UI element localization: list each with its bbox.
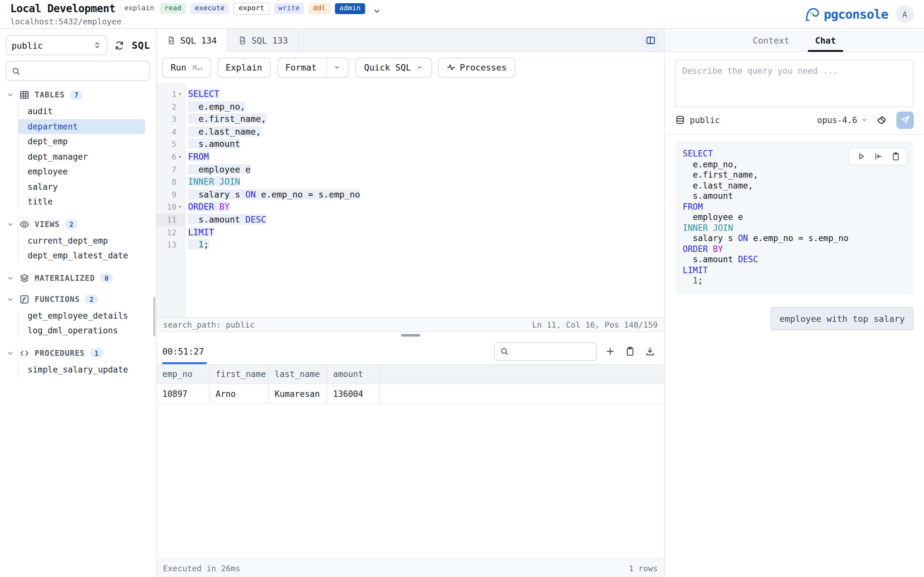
copy-snippet-icon[interactable] <box>891 152 900 161</box>
tab-sql-133[interactable]: SQL 133 <box>228 29 299 51</box>
code-line-8[interactable]: 8INNER JOIN <box>157 176 664 188</box>
file-code-icon <box>238 35 247 45</box>
code-line-2[interactable]: 2 e.emp_no, <box>157 100 664 113</box>
chat-input-box[interactable] <box>675 60 914 107</box>
section-count-badge: 2 <box>65 219 78 229</box>
sidebar-item-simple_salary_update[interactable]: simple_salary_update <box>19 362 145 377</box>
editor-statusbar: search_path: public Ln 11, Col 16, Pos 1… <box>157 318 664 332</box>
code-line-5[interactable]: 5 s.amount <box>157 138 664 151</box>
run-snippet-icon[interactable] <box>857 152 866 161</box>
table-icon <box>19 90 29 100</box>
line-number: 12 <box>167 226 176 239</box>
format-button[interactable]: Format <box>277 57 349 77</box>
results-search-input[interactable] <box>513 346 591 357</box>
assistant-code-line: e.first_name, <box>683 170 906 181</box>
run-button[interactable]: Run ⌘↵ <box>162 57 211 77</box>
cell-first_name: Arno <box>210 384 269 403</box>
section-chevron-icon <box>6 220 14 228</box>
column-header-first_name[interactable]: first_name <box>210 365 269 384</box>
assistant-code-line: LIMIT <box>683 265 906 276</box>
connection-menu-chevron-icon[interactable] <box>373 7 381 15</box>
fold-marker-icon[interactable]: ▾ <box>176 88 184 100</box>
assistant-tab-chat[interactable]: Chat <box>814 29 837 51</box>
code-line-13[interactable]: 13 1; <box>157 239 664 251</box>
code-line-7[interactable]: 7 employee e <box>157 163 664 176</box>
processes-label: Processes <box>460 62 507 73</box>
line-number: 13 <box>167 239 176 251</box>
code-line-6[interactable]: 6▾FROM <box>157 151 664 163</box>
split-panel-icon <box>646 35 656 45</box>
sidebar-section-materialized[interactable]: MATERIALIZED0 <box>6 271 150 284</box>
section-count-badge: 0 <box>100 273 113 283</box>
sidebar-item-employee[interactable]: employee <box>19 164 145 179</box>
sidebar-search[interactable] <box>6 61 150 81</box>
sidebar-item-audit[interactable]: audit <box>19 104 145 119</box>
copy-results-button[interactable] <box>624 344 636 358</box>
column-header-emp_no[interactable]: emp_no <box>157 365 210 384</box>
code-line-9[interactable]: 9 salary s ON e.emp_no = s.emp_no <box>157 189 664 201</box>
results-search[interactable] <box>494 342 597 361</box>
func-icon <box>19 294 29 304</box>
drag-handle[interactable] <box>401 334 420 337</box>
database-icon <box>675 115 685 125</box>
explain-button[interactable]: Explain <box>217 57 270 77</box>
code-line-11[interactable]: 11 s.amount DESC <box>157 213 664 226</box>
column-header-amount[interactable]: amount <box>327 365 380 384</box>
sidebar-item-log_dml_operations[interactable]: log_dml_operations <box>19 323 145 338</box>
results-toolbar: 00:51:27 <box>157 338 664 364</box>
chat-input[interactable] <box>676 60 913 106</box>
sidebar-item-current_dept_emp[interactable]: current_dept_emp <box>19 233 145 248</box>
filler-header-cell <box>380 365 664 384</box>
section-chevron-icon <box>6 91 14 99</box>
sidebar-item-dept_emp[interactable]: dept_emp <box>19 134 145 149</box>
sidebar-scrollbar-thumb[interactable] <box>153 297 155 337</box>
table-row[interactable]: 10897ArnoKumaresan136004 <box>157 384 664 404</box>
sidebar-section-procedures[interactable]: PROCEDURES1 <box>6 347 150 359</box>
add-result-tab-button[interactable] <box>604 344 617 358</box>
chat-schema-label: public <box>690 115 720 125</box>
insert-to-editor-icon[interactable] <box>874 152 883 161</box>
sql-editor[interactable]: 1▾SELECT2 e.emp_no,3 e.first_name,4 e.la… <box>157 83 664 318</box>
sidebar-item-title[interactable]: title <box>19 194 145 210</box>
split-view-button[interactable] <box>642 32 659 48</box>
sidebar-item-department[interactable]: department <box>19 119 145 134</box>
column-header-last_name[interactable]: last_name <box>269 365 327 384</box>
sidebar-item-get_employee_details[interactable]: get_employee_details <box>19 308 145 323</box>
model-chevron-icon[interactable] <box>861 116 868 124</box>
panel-resizer[interactable] <box>157 332 664 338</box>
line-number: 9 <box>172 189 176 201</box>
sidebar-section-functions[interactable]: FUNCTIONS2 <box>6 293 150 306</box>
code-line-4[interactable]: 4 e.last_name, <box>157 126 664 138</box>
format-chevron-icon[interactable] <box>333 63 341 71</box>
user-avatar[interactable]: A <box>896 5 914 23</box>
sidebar-section-tables[interactable]: TABLES7 <box>6 89 150 101</box>
sidebar-section-views[interactable]: VIEWS2 <box>6 218 150 230</box>
sidebar-item-salary[interactable]: salary <box>19 179 145 194</box>
download-results-button[interactable] <box>644 344 656 358</box>
quick-sql-label: Quick SQL <box>364 62 411 73</box>
assistant-tabbar: ContextChat <box>665 29 924 52</box>
tag-ddl: ddl <box>309 3 330 14</box>
clear-chat-button[interactable] <box>877 115 887 125</box>
fold-marker-icon[interactable]: ▾ <box>176 151 184 163</box>
refresh-schema-icon[interactable] <box>115 40 125 50</box>
code-line-3[interactable]: 3 e.first_name, <box>157 113 664 125</box>
code-line-1[interactable]: 1▾SELECT <box>157 88 664 100</box>
section-label: FUNCTIONS <box>35 295 80 303</box>
sidebar-search-input[interactable] <box>24 65 144 76</box>
sql-block-toolbar <box>849 147 908 165</box>
schema-select[interactable]: public <box>6 35 107 55</box>
sidebar-item-dept_manager[interactable]: dept_manager <box>19 149 145 164</box>
model-select-value[interactable]: opus-4.6 <box>817 115 857 125</box>
code-line-12[interactable]: 12LIMIT <box>157 226 664 239</box>
processes-button[interactable]: Processes <box>438 57 515 77</box>
section-count-badge: 1 <box>90 348 103 358</box>
quick-sql-button[interactable]: Quick SQL <box>356 57 431 77</box>
result-tab-timer[interactable]: 00:51:27 <box>162 338 204 364</box>
code-line-10[interactable]: 10▾ORDER BY <box>157 201 664 213</box>
assistant-tab-context[interactable]: Context <box>752 29 791 51</box>
send-button[interactable] <box>897 111 914 129</box>
sidebar-item-dept_emp_latest_date[interactable]: dept_emp_latest_date <box>19 248 145 263</box>
tab-sql-134[interactable]: SQL 134 <box>157 29 228 52</box>
fold-marker-icon[interactable]: ▾ <box>176 201 184 213</box>
